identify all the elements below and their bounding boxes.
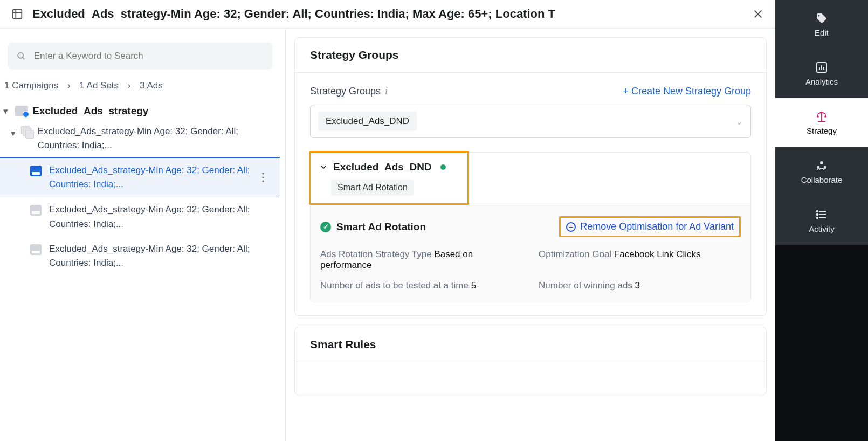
search-icon xyxy=(16,51,26,61)
rotation-title: Smart Ad Rotation xyxy=(336,221,426,233)
search-input[interactable] xyxy=(33,50,264,62)
breadcrumb-adsets[interactable]: 1 Ad Sets xyxy=(79,80,119,91)
chevron-down-icon: ⌄ xyxy=(735,116,743,127)
breadcrumb-ads[interactable]: 3 Ads xyxy=(140,80,163,91)
svg-point-16 xyxy=(820,161,823,164)
rail-label: Strategy xyxy=(807,126,837,135)
rail-label: Edit xyxy=(815,28,829,37)
close-icon[interactable] xyxy=(750,6,766,22)
test-count-value: 5 xyxy=(471,280,476,291)
strategy-group-chip: Excluded_Ads_DND xyxy=(318,112,417,131)
test-count-label: Number of ads to be tested at a time xyxy=(320,280,469,291)
svg-point-24 xyxy=(817,217,818,218)
collaborate-icon xyxy=(815,159,828,172)
rail-collaborate[interactable]: Collaborate xyxy=(775,147,868,196)
chevron-down-icon[interactable] xyxy=(319,163,328,171)
tree-ad-label: Excluded_Ads_strategy-Min Age: 32; Gende… xyxy=(49,163,274,192)
smart-rules-card: Smart Rules xyxy=(294,327,767,395)
opt-goal-value: Facebook Link Clicks xyxy=(614,249,701,259)
search-box[interactable] xyxy=(8,43,272,70)
tree-adset-label: Excluded_Ads_strategy-Min Age: 32; Gende… xyxy=(38,125,277,153)
win-count-label: Number of winning ads xyxy=(539,280,632,291)
tree-ad-item[interactable]: Excluded_Ads_strategy-Min Age: 32; Gende… xyxy=(0,237,280,276)
breadcrumb-campaigns[interactable]: 1 Campaigns xyxy=(4,80,58,91)
strategy-groups-card: Strategy Groups Strategy Groups i + Crea… xyxy=(294,37,767,316)
activity-icon xyxy=(815,208,828,221)
svg-point-5 xyxy=(18,53,23,58)
check-circle-icon: ✓ xyxy=(320,222,331,232)
svg-point-7 xyxy=(262,173,264,174)
rotation-type-label: Ads Rotation Strategy Type xyxy=(320,249,432,259)
svg-line-6 xyxy=(23,57,25,59)
remove-optimisation-button[interactable]: − Remove Optimisation for Ad Variant xyxy=(566,221,734,232)
svg-point-23 xyxy=(817,214,818,215)
win-count-value: 3 xyxy=(635,280,640,291)
svg-point-9 xyxy=(262,180,264,182)
page-title: Excluded_Ads_strategy-Min Age: 32; Gende… xyxy=(32,7,743,21)
rail-label: Activity xyxy=(809,224,835,233)
ad-icon xyxy=(30,244,42,255)
opt-goal-label: Optimization Goal xyxy=(539,249,611,259)
breadcrumb: 1 Campaigns › 1 Ad Sets › 3 Ads xyxy=(0,78,280,102)
kebab-icon[interactable] xyxy=(261,173,265,182)
strategy-group-select[interactable]: Excluded_Ads_DND ⌄ xyxy=(310,105,751,138)
tree-adset-row[interactable]: ▾ Excluded_Ads_strategy-Min Age: 32; Gen… xyxy=(0,120,280,157)
remove-optimisation-label: Remove Optimisation for Ad Variant xyxy=(580,221,734,232)
tree-ad-item[interactable]: Excluded_Ads_strategy-Min Age: 32; Gende… xyxy=(0,157,280,198)
group-name: Excluded_Ads_DND xyxy=(333,161,432,173)
tree-ad-item[interactable]: Excluded_Ads_strategy-Min Age: 32; Gende… xyxy=(0,197,280,237)
group-tag: Smart Ad Rotation xyxy=(331,180,414,196)
svg-point-22 xyxy=(817,211,818,212)
svg-rect-0 xyxy=(13,10,22,19)
card-header: Strategy Groups xyxy=(295,38,766,73)
minus-circle-icon: − xyxy=(566,222,576,232)
svg-point-8 xyxy=(262,176,264,178)
status-dot-icon xyxy=(440,164,446,170)
right-rail: Edit Analytics Strategy Collaborate Acti… xyxy=(775,0,868,441)
caret-down-icon[interactable]: ▾ xyxy=(11,128,16,139)
rail-label: Analytics xyxy=(805,77,838,86)
ad-icon xyxy=(30,166,42,176)
adset-stack-icon xyxy=(21,126,32,139)
left-panel: 1 Campaigns › 1 Ad Sets › 3 Ads ▾ Exclud… xyxy=(0,29,286,441)
strategy-groups-label: Strategy Groups xyxy=(310,86,381,97)
rail-edit[interactable]: Edit xyxy=(775,0,868,49)
layout-icon[interactable] xyxy=(10,6,25,22)
strategy-group-detail: Excluded_Ads_DND Smart Ad Rotation ✓ Sma… xyxy=(310,152,751,302)
create-strategy-group-button[interactable]: + Create New Strategy Group xyxy=(623,86,751,97)
folder-icon xyxy=(15,106,28,116)
tree-ad-label: Excluded_Ads_strategy-Min Age: 32; Gende… xyxy=(49,242,274,271)
info-icon[interactable]: i xyxy=(385,86,388,97)
ad-icon xyxy=(30,205,42,216)
tree-campaign-row[interactable]: ▾ Excluded_Ads_strategy xyxy=(0,102,280,120)
analytics-icon xyxy=(815,61,828,74)
tag-icon xyxy=(815,12,828,25)
rail-label: Collaborate xyxy=(801,175,843,184)
tree-campaign-label: Excluded_Ads_strategy xyxy=(32,105,148,117)
scale-icon xyxy=(815,110,828,123)
tree-ad-label: Excluded_Ads_strategy-Min Age: 32; Gende… xyxy=(49,203,274,231)
caret-down-icon[interactable]: ▾ xyxy=(3,106,11,117)
card-header: Smart Rules xyxy=(295,327,766,362)
rail-activity[interactable]: Activity xyxy=(775,196,868,245)
rail-strategy[interactable]: Strategy xyxy=(775,98,868,147)
right-panel: Strategy Groups Strategy Groups i + Crea… xyxy=(286,29,775,441)
topbar: Excluded_Ads_strategy-Min Age: 32; Gende… xyxy=(0,0,775,29)
rail-analytics[interactable]: Analytics xyxy=(775,49,868,98)
